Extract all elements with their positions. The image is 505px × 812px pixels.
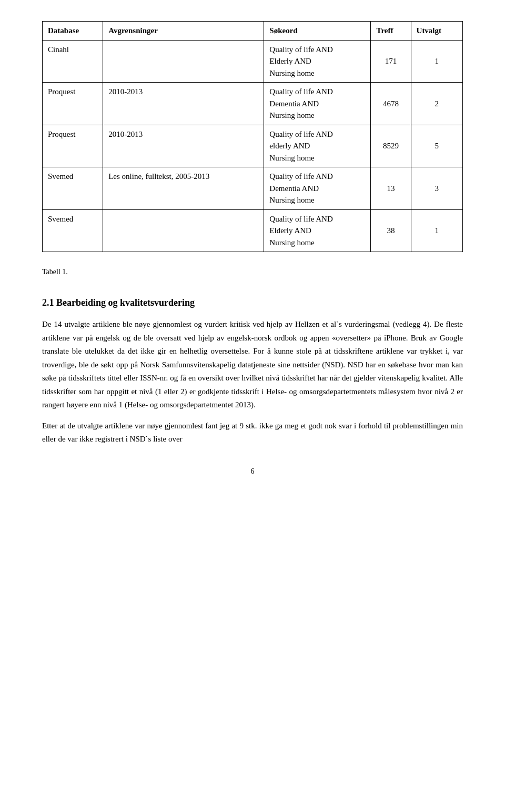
cell-søkeord: Quality of life ANDDementia ANDNursing h… (264, 167, 371, 210)
table-caption: Tabell 1. (42, 268, 463, 276)
table-row: CinahlQuality of life ANDElderly ANDNurs… (43, 40, 463, 83)
cell-database: Svemed (43, 209, 103, 252)
page-number: 6 (42, 467, 463, 476)
cell-søkeord: Quality of life ANDElderly ANDNursing ho… (264, 40, 371, 83)
table-row: SvemedLes online, fulltekst, 2005-2013Qu… (43, 167, 463, 210)
section-heading: 2.1 Bearbeiding og kvalitetsvurdering (42, 297, 463, 308)
table-row: SvemedQuality of life ANDElderly ANDNurs… (43, 209, 463, 252)
cell-avgrensninger: 2010-2013 (103, 83, 264, 125)
cell-utvalgt: 3 (411, 167, 462, 210)
table-row: Proquest2010-2013Quality of life ANDelde… (43, 125, 463, 167)
cell-database: Proquest (43, 125, 103, 167)
cell-søkeord: Quality of life ANDDementia ANDNursing h… (264, 83, 371, 125)
cell-avgrensninger (103, 40, 264, 83)
cell-avgrensninger (103, 209, 264, 252)
cell-treff: 4678 (371, 83, 411, 125)
col-header-database: Database (43, 22, 103, 41)
cell-database: Cinahl (43, 40, 103, 83)
table-row: Proquest2010-2013Quality of life ANDDeme… (43, 83, 463, 125)
col-header-treff: Treff (371, 22, 411, 41)
cell-utvalgt: 1 (411, 209, 462, 252)
cell-søkeord: Quality of life ANDelderly ANDNursing ho… (264, 125, 371, 167)
col-header-avgrensninger: Avgrensninger (103, 22, 264, 41)
cell-avgrensninger: 2010-2013 (103, 125, 264, 167)
cell-treff: 8529 (371, 125, 411, 167)
cell-treff: 171 (371, 40, 411, 83)
cell-treff: 13 (371, 167, 411, 210)
cell-avgrensninger: Les online, fulltekst, 2005-2013 (103, 167, 264, 210)
col-header-utvalgt: Utvalgt (411, 22, 462, 41)
search-table: Database Avgrensninger Søkeord Treff Utv… (42, 21, 463, 252)
cell-utvalgt: 2 (411, 83, 462, 125)
cell-treff: 38 (371, 209, 411, 252)
cell-utvalgt: 5 (411, 125, 462, 167)
body-paragraph-2: Etter at de utvalgte artiklene var nøye … (42, 419, 463, 446)
col-header-søkeord: Søkeord (264, 22, 371, 41)
cell-database: Proquest (43, 83, 103, 125)
cell-utvalgt: 1 (411, 40, 462, 83)
cell-database: Svemed (43, 167, 103, 210)
body-paragraph-1: De 14 utvalgte artiklene ble nøye gjenno… (42, 318, 463, 412)
cell-søkeord: Quality of life ANDElderly ANDNursing ho… (264, 209, 371, 252)
